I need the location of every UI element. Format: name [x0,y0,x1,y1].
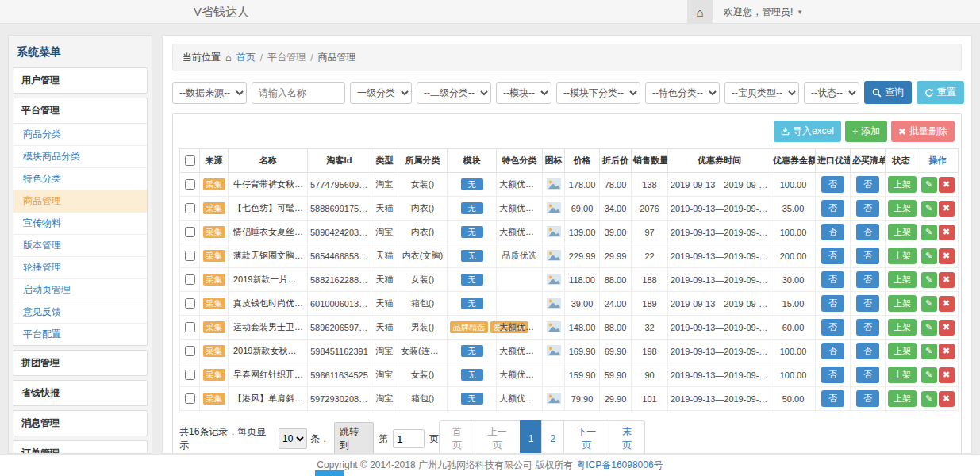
filter-module[interactable]: --模块-- [496,82,551,104]
filter-product-name[interactable] [252,82,345,104]
sidebar-group-header-saving-express[interactable]: 省钱快报 [13,381,147,405]
filter-item-type[interactable]: --宝贝类型-- [724,82,799,104]
status-button[interactable]: 上架 [888,176,917,193]
home-button[interactable]: ⌂ [687,0,713,24]
status-button[interactable]: 上架 [888,200,917,217]
row-checkbox[interactable] [185,322,195,332]
status-button[interactable]: 上架 [888,224,917,240]
filter-status[interactable]: --状态-- [804,82,859,104]
filter-module-subcategory[interactable]: --模块下分类-- [556,82,640,104]
must-buy-toggle[interactable]: 否 [856,176,879,193]
import-select-toggle[interactable]: 否 [821,319,844,336]
sidebar-item[interactable]: 轮播管理 [13,257,147,279]
sidebar-item[interactable]: 宣传物料 [13,213,147,235]
filter-level2-category[interactable]: --二级分类-- [417,82,491,104]
status-button[interactable]: 上架 [888,319,917,336]
sidebar-item[interactable]: 商品分类 [13,124,147,146]
user-menu[interactable]: 欢迎您，管理员! ▼ [713,0,814,24]
delete-button[interactable]: ✖ [939,225,955,240]
edit-button[interactable]: ✎ [921,344,937,359]
jump-button[interactable]: 跳转到 [334,422,374,454]
must-buy-toggle[interactable]: 否 [856,295,879,312]
row-checkbox[interactable] [185,393,195,404]
edit-button[interactable]: ✎ [921,248,937,264]
import-select-toggle[interactable]: 否 [821,390,844,407]
row-checkbox[interactable] [185,203,195,213]
row-checkbox[interactable] [185,274,195,285]
must-buy-toggle[interactable]: 否 [856,343,879,359]
must-buy-toggle[interactable]: 否 [856,319,879,336]
sidebar-group-header-group-buy[interactable]: 拼团管理 [13,351,147,375]
import-select-toggle[interactable]: 否 [821,343,844,359]
must-buy-toggle[interactable]: 否 [856,367,879,383]
row-checkbox[interactable] [185,346,195,356]
must-buy-toggle[interactable]: 否 [856,224,879,240]
sidebar-group-header-messages[interactable]: 消息管理 [13,411,147,436]
delete-button[interactable]: ✖ [939,201,955,217]
edit-button[interactable]: ✎ [921,320,937,336]
filter-feature-category[interactable]: --特色分类-- [645,82,720,104]
delete-button[interactable]: ✖ [939,320,955,336]
status-button[interactable]: 上架 [888,248,917,264]
pager-last[interactable]: 末页 [609,420,645,454]
edit-button[interactable]: ✎ [921,367,937,383]
status-button[interactable]: 上架 [888,271,917,288]
delete-button[interactable]: ✖ [939,248,955,264]
filter-level1-category[interactable]: 一级分类 [350,82,412,104]
delete-button[interactable]: ✖ [939,296,955,312]
edit-button[interactable]: ✎ [921,177,937,193]
sidebar-group-header-platform[interactable]: 平台管理 [13,98,147,123]
import-select-toggle[interactable]: 否 [821,224,844,240]
status-button[interactable]: 上架 [888,367,917,383]
sidebar-item[interactable]: 商品管理 [13,190,147,213]
sidebar-group-header-users[interactable]: 用户管理 [13,68,147,93]
edit-button[interactable]: ✎ [921,225,937,240]
pager-next[interactable]: 下一页 [563,420,609,454]
status-button[interactable]: 上架 [888,295,917,312]
row-checkbox[interactable] [185,179,195,190]
import-select-toggle[interactable]: 否 [821,271,844,288]
import-select-toggle[interactable]: 否 [821,295,844,312]
page-size-select[interactable]: 10 [279,428,307,449]
must-buy-toggle[interactable]: 否 [856,271,879,288]
import-select-toggle[interactable]: 否 [821,176,844,193]
row-checkbox[interactable] [185,370,195,380]
pager-page-1[interactable]: 1 [520,420,543,454]
delete-button[interactable]: ✖ [939,177,955,193]
import-select-toggle[interactable]: 否 [821,248,844,264]
sidebar-item[interactable]: 平台配置 [13,324,147,345]
must-buy-toggle[interactable]: 否 [856,248,879,264]
sidebar-group-header-orders[interactable]: 订单管理 [13,441,147,454]
edit-button[interactable]: ✎ [921,201,937,217]
must-buy-toggle[interactable]: 否 [856,200,879,217]
icp-link[interactable]: 粤ICP备16098006号 [576,459,663,472]
delete-button[interactable]: ✖ [939,344,955,359]
sidebar-item[interactable]: 模块商品分类 [13,146,147,168]
reset-button[interactable]: 重置 [917,81,964,104]
batch-delete-button[interactable]: ✖ 批量删除 [891,121,955,142]
row-checkbox[interactable] [185,298,195,309]
pager-page-2[interactable]: 2 [541,420,564,454]
must-buy-toggle[interactable]: 否 [856,390,879,407]
status-button[interactable]: 上架 [888,390,917,407]
select-all-checkbox[interactable] [185,155,195,166]
sidebar-item[interactable]: 启动页管理 [13,279,147,301]
sidebar-item[interactable]: 特色分类 [13,168,147,190]
search-button[interactable]: 查询 [864,81,912,104]
sidebar-item[interactable]: 意见反馈 [13,301,147,324]
edit-button[interactable]: ✎ [921,296,937,312]
sidebar-item[interactable]: 版本管理 [13,235,147,257]
pager-prev[interactable]: 上一页 [475,420,521,454]
add-button[interactable]: + 添加 [845,121,887,142]
import-select-toggle[interactable]: 否 [821,200,844,217]
status-button[interactable]: 上架 [888,343,917,359]
filter-data-source[interactable]: --数据来源-- [172,82,247,104]
delete-button[interactable]: ✖ [939,272,955,288]
edit-button[interactable]: ✎ [921,391,937,407]
pager-first[interactable]: 首页 [439,420,475,454]
import-excel-button[interactable]: 导入excel [774,121,841,142]
page-number-input[interactable] [393,429,425,448]
breadcrumb-home-link[interactable]: 首页 [236,51,256,64]
delete-button[interactable]: ✖ [939,391,955,407]
row-checkbox[interactable] [185,251,195,261]
